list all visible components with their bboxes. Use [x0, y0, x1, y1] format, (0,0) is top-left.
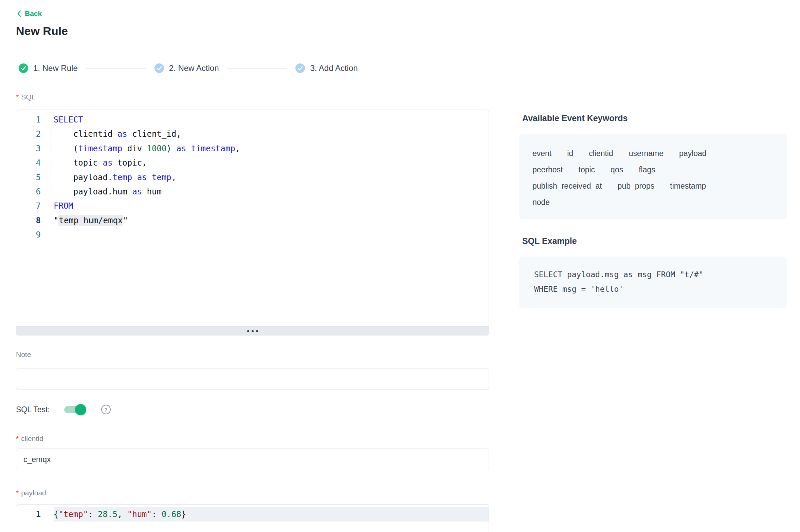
sql-test-toggle[interactable] [64, 406, 86, 413]
clientid-input[interactable] [16, 449, 489, 470]
event-keyword: id [567, 145, 573, 162]
event-keyword: pub_props [618, 178, 655, 194]
event-keyword: timestamp [670, 178, 706, 194]
code-line-content: clientid as client_id, [54, 127, 489, 141]
code-line: 1SELECT [16, 113, 489, 127]
event-keyword: topic [579, 162, 595, 178]
line-number: 7 [16, 199, 54, 213]
keywords-panel-title: Available Event Keywords [522, 113, 628, 123]
ellipsis-icon [252, 330, 254, 332]
sql-example-line: SELECT payload.msg as msg FROM "t/#" [534, 267, 772, 282]
keyword-row: peerhosttopicqosflags [532, 162, 774, 178]
line-number: 8 [16, 213, 54, 228]
back-button[interactable]: Back [17, 10, 42, 18]
keywords-card: eventidclientidusernamepayloadpeerhostto… [519, 134, 787, 219]
sql-example-card: SELECT payload.msg as msg FROM "t/#"WHER… [519, 256, 787, 308]
stepper-step-2[interactable]: 2. New Action [154, 63, 219, 73]
note-input[interactable] [16, 368, 489, 390]
code-line: 7FROM [16, 199, 489, 213]
payload-code-editor[interactable]: 1{"temp": 28.5, "hum": 0.68} [16, 504, 489, 532]
code-line: 1{"temp": 28.5, "hum": 0.68} [16, 507, 489, 521]
step-label: 2. New Action [169, 63, 219, 73]
note-field-label: Note [16, 350, 31, 359]
help-icon[interactable]: ? [101, 405, 111, 414]
check-circle-icon [295, 63, 305, 73]
event-keyword: node [532, 194, 550, 210]
event-keyword: publish_received_at [532, 178, 602, 194]
code-line: 5 payload.temp as temp, [16, 170, 489, 185]
code-line-content: payload.hum as hum [54, 185, 489, 199]
code-line: 2 clientid as client_id, [16, 127, 489, 141]
required-marker: * [16, 93, 19, 101]
line-number: 2 [16, 127, 54, 141]
keyword-row: node [532, 194, 774, 210]
line-number: 1 [16, 507, 54, 521]
code-line-content: SELECT [54, 113, 489, 127]
step-label: 1. New Rule [33, 63, 78, 73]
stepper: 1. New Rule2. New Action3. Add Action [19, 63, 358, 73]
required-marker: * [16, 489, 19, 497]
page-title: New Rule [16, 24, 68, 38]
code-line-content: payload.temp as temp, [54, 170, 489, 185]
payload-field-label: *payload [16, 489, 46, 497]
required-marker: * [16, 435, 19, 442]
stepper-step-3[interactable]: 3. Add Action [295, 63, 358, 73]
sql-field-label: *SQL [16, 93, 35, 101]
sql-code-editor[interactable]: 1SELECT2 clientid as client_id,3 (timest… [16, 110, 489, 327]
ellipsis-icon [247, 330, 249, 332]
stepper-step-1[interactable]: 1. New Rule [19, 63, 78, 73]
clientid-field-label: *clientid [16, 435, 43, 443]
line-number: 6 [16, 185, 54, 199]
code-line: 3 (timestamp div 1000) as timestamp, [16, 141, 489, 156]
code-line-content: "temp_hum/emqx" [54, 213, 489, 228]
ellipsis-icon [256, 330, 258, 332]
code-line: 4 topic as topic, [16, 156, 489, 170]
code-line-content: {"temp": 28.5, "hum": 0.68} [54, 507, 489, 521]
code-line-content [54, 228, 489, 242]
code-line-content: FROM [54, 199, 489, 213]
line-number: 3 [16, 141, 54, 156]
line-number: 4 [16, 156, 54, 170]
sql-example-title: SQL Example [522, 236, 577, 246]
sql-example-line: WHERE msg = 'hello' [534, 282, 772, 297]
sql-test-label: SQL Test: [16, 405, 50, 414]
back-label: Back [25, 10, 42, 18]
line-number: 9 [16, 228, 54, 242]
step-label: 3. Add Action [310, 63, 358, 73]
line-number: 1 [16, 113, 54, 127]
event-keyword: clientid [589, 145, 613, 162]
step-connector [227, 68, 287, 69]
keyword-row: publish_received_atpub_propstimestamp [532, 178, 774, 194]
toggle-knob-icon [75, 404, 86, 415]
keyword-row: eventidclientidusernamepayload [532, 145, 774, 162]
check-circle-icon [154, 63, 164, 73]
code-line-content: (timestamp div 1000) as timestamp, [54, 141, 489, 156]
editor-resize-handle[interactable] [16, 327, 489, 336]
event-keyword: event [532, 145, 551, 162]
code-line-content: topic as topic, [54, 156, 489, 170]
chevron-left-icon [17, 10, 22, 17]
code-line: 9 [16, 228, 489, 242]
event-keyword: qos [611, 162, 623, 178]
event-keyword: flags [639, 162, 655, 178]
event-keyword: peerhost [532, 162, 563, 178]
event-keyword: payload [679, 145, 707, 162]
event-keyword: username [629, 145, 663, 162]
code-line: 8"temp_hum/emqx" [16, 213, 489, 228]
step-connector [86, 68, 146, 69]
line-number: 5 [16, 170, 54, 185]
code-line: 6 payload.hum as hum [16, 185, 489, 199]
check-circle-icon [19, 63, 28, 73]
